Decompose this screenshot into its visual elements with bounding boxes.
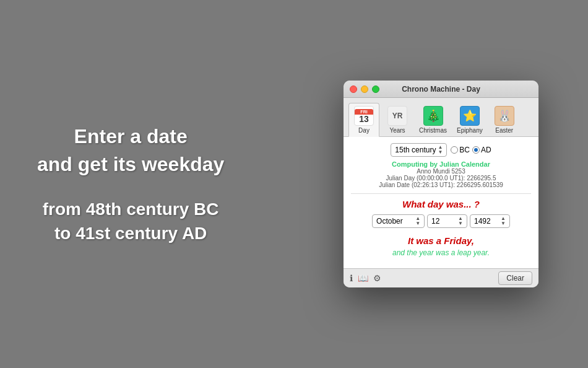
bc-label: BC [459, 146, 470, 154]
tab-epiphany[interactable]: ⭐ Epiphany [453, 103, 486, 136]
easter-icon: 🐰 [495, 106, 514, 126]
month-value: October [376, 217, 403, 226]
anno-mundi: Anno Mundi 5253 [351, 168, 531, 175]
tab-christmas-label: Christmas [419, 127, 447, 134]
tabbar: FRI 13 Day YR Years 🎄 Christmas ⭐ Epipha… [344, 98, 538, 137]
tab-years[interactable]: YR Years [382, 103, 413, 136]
left-panel: Enter a date and get its weekday from 48… [37, 123, 224, 245]
epiphany-icon: ⭐ [460, 106, 480, 126]
minimize-button[interactable] [361, 85, 368, 93]
year-value: 1492 [474, 217, 499, 226]
day-stepper[interactable]: ▲ ▼ [458, 216, 463, 226]
line3: from 48th century BC [37, 197, 224, 221]
bc-ad-group: BC AD [451, 146, 491, 154]
traffic-lights [350, 85, 379, 93]
window-title: Chrono Machine - Day [402, 85, 480, 94]
years-icon: YR [387, 106, 407, 126]
ad-radio[interactable]: AD [472, 146, 491, 154]
calendar-info: Computing by Julian Calendar Anno Mundi … [351, 160, 531, 188]
tab-easter[interactable]: 🐰 Easter [489, 103, 520, 136]
day-number: 13 [359, 115, 369, 123]
book-icon[interactable]: 📖 [358, 273, 368, 283]
tab-christmas[interactable]: 🎄 Christmas [415, 103, 451, 136]
clear-button[interactable]: Clear [498, 271, 532, 285]
result-line2: and the year was a leap year. [351, 248, 531, 257]
julian-day: Julian Day (00:00:00.0 UT1): 2266295.5 [351, 175, 531, 182]
divider [351, 193, 531, 194]
date-input-row: October ▲ ▼ 12 ▲ ▼ 1492 ▲ ▼ [351, 214, 531, 228]
app-window: Chrono Machine - Day FRI 13 Day YR Years… [344, 81, 538, 287]
ad-label: AD [481, 146, 491, 154]
info-icon[interactable]: ℹ [350, 273, 353, 283]
line4: to 41st century AD [37, 221, 224, 245]
bc-radio-dot[interactable] [451, 146, 458, 154]
main-content: 15th century ▲ ▼ BC AD Computing by Juli [344, 137, 538, 268]
calendar-type-label: Computing by Julian Calendar [351, 160, 531, 168]
close-button[interactable] [350, 85, 357, 93]
tab-day-label: Day [358, 127, 370, 134]
tab-easter-label: Easter [495, 127, 513, 134]
gear-icon[interactable]: ⚙ [373, 273, 381, 283]
titlebar: Chrono Machine - Day [344, 81, 538, 98]
century-select[interactable]: 15th century ▲ ▼ [391, 143, 447, 157]
tab-years-label: Years [389, 127, 405, 134]
month-stepper[interactable]: ▲ ▼ [415, 216, 420, 226]
julian-date: Julian Date (02:26:13 UT1): 2266295.6015… [351, 182, 531, 188]
year-stepper[interactable]: ▲ ▼ [501, 216, 506, 226]
tab-day[interactable]: FRI 13 Day [348, 103, 379, 137]
line2: and get its weekday [37, 151, 224, 178]
year-field[interactable]: 1492 ▲ ▼ [470, 214, 510, 228]
result-line1: It was a Friday, [351, 235, 531, 246]
century-row: 15th century ▲ ▼ BC AD [351, 143, 531, 157]
bottom-icons: ℹ 📖 ⚙ [350, 273, 381, 283]
century-value: 15th century [395, 146, 436, 154]
bc-radio[interactable]: BC [451, 146, 470, 154]
bottom-bar: ℹ 📖 ⚙ Clear [344, 268, 538, 287]
line1: Enter a date [37, 123, 224, 151]
month-field[interactable]: October ▲ ▼ [372, 214, 425, 228]
ad-radio-dot[interactable] [472, 146, 480, 154]
what-day-label: What day was... ? [351, 199, 531, 209]
day-value: 12 [431, 217, 456, 226]
maximize-button[interactable] [372, 85, 379, 93]
century-stepper[interactable]: ▲ ▼ [438, 145, 443, 155]
day-icon: FRI 13 [354, 106, 374, 126]
day-field[interactable]: 12 ▲ ▼ [427, 214, 467, 228]
christmas-icon: 🎄 [423, 106, 443, 126]
tab-epiphany-label: Epiphany [457, 127, 483, 134]
